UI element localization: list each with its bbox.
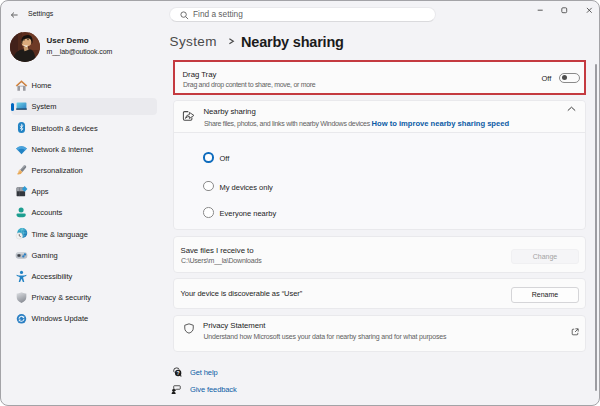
svg-text:?: ?: [177, 369, 180, 375]
